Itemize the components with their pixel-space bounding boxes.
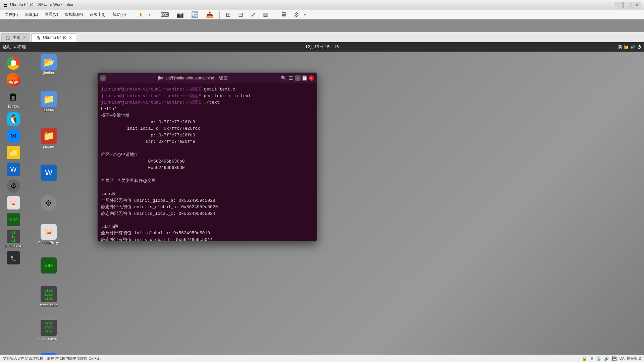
snapshot3-button[interactable]: 📤 <box>203 10 216 19</box>
fit-button[interactable]: ⤢ <box>248 10 258 19</box>
terminal-output-data1: 全局外部有初值 init_global_a: 0x5624959c5010 <box>101 230 313 237</box>
desktop-icon-files[interactable]: 📁 <box>1 144 25 161</box>
opencv-label: opencv <box>43 108 54 112</box>
resize-button[interactable]: ⊠ <box>260 10 271 19</box>
panel-left: 活动 ▪ 终端 <box>3 44 26 50</box>
textcsave-label: text.c.save <box>5 244 22 248</box>
terminal-cmd-1: gedit text.c <box>204 87 235 92</box>
file-textcsave1[interactable]: 010110100101 text.c.save.1 <box>35 320 62 341</box>
terminal-panel-item[interactable]: ▪ 终端 <box>14 44 26 50</box>
terminal-output-data2: 静态外部有初值 inits_global_b: 0x5624959c5014 <box>101 237 313 242</box>
restore-button[interactable]: ⬜ <box>623 2 632 8</box>
minimize-button[interactable]: ─ <box>614 2 623 8</box>
close-button[interactable]: ✕ <box>633 2 641 8</box>
console-button[interactable]: 🖥 <box>278 10 289 19</box>
toolbar-separator-2 <box>219 11 220 19</box>
snapshot-button[interactable]: 📷 <box>174 10 186 19</box>
terminal-cmd-2: gcc text.c -o text <box>204 94 251 99</box>
status-icon-screen: 🖥 <box>590 356 594 361</box>
unity-button[interactable]: ⊟ <box>235 10 246 19</box>
activities-button[interactable]: 活动 <box>3 44 11 50</box>
vmware-titlebar: 🖥 Ubuntu 64 位 - VMware Workstation ─ ⬜ ✕ <box>0 0 644 10</box>
terminal-line-2: jinnian@jinnian-virtual-machine:~/桌面$ gc… <box>101 93 313 100</box>
menu-edit[interactable]: 编辑(E) <box>21 10 41 19</box>
statusbar-right: 🔒 🖥 📡 🔊 💾 CAI 接受输出 <box>582 356 641 361</box>
desktop-icon-vim[interactable]: VIM <box>1 212 25 228</box>
terminal-line-3: jinnian@jinnian-virtual-machine:~/桌面$ ./… <box>101 99 313 106</box>
terminal-maximize-button[interactable]: ⬜ <box>302 75 307 81</box>
vmware-app-icon: 🖥 <box>3 2 8 8</box>
file-writer[interactable]: W <box>35 165 62 181</box>
tab-ubuntu-close[interactable]: ✕ <box>69 36 72 40</box>
file-pigchaproxy[interactable]: 🐷 PigchaProxy <box>35 224 62 245</box>
terminal-close-button[interactable]: ✕ <box>309 75 314 81</box>
terminal-titlebar: ▪ jinnian@jinnian-virtual-machine: ~/桌面 … <box>98 73 317 83</box>
file-textcsave[interactable]: 010110100101 text.c.save <box>35 286 62 307</box>
desktop-icon-chrome[interactable] <box>1 55 25 71</box>
textcsave1-label: text.c.save.1 <box>38 337 59 341</box>
qq-icon: 🐧 <box>7 112 20 126</box>
tab-home[interactable]: 🏠 主页 ✕ <box>1 33 30 42</box>
panel-sound[interactable]: 🔊 <box>630 45 635 49</box>
terminal-output-hello: hello2 <box>101 106 313 113</box>
status-icon-usb: 💾 <box>612 356 617 361</box>
menu-file[interactable]: 文件(F) <box>1 10 21 19</box>
terminal-window[interactable]: ▪ jinnian@jinnian-virtual-machine: ~/桌面 … <box>97 72 317 242</box>
snapshot2-button[interactable]: 🔄 <box>189 10 201 19</box>
tab-ubuntu-label: Ubuntu 64 位 <box>43 35 67 41</box>
file-picture[interactable]: 📁 picture <box>35 128 62 148</box>
terminal-output-bss2: 静态外部无初值 uninits_global_b: 0x5624959c5020 <box>101 204 313 210</box>
ubuntu-desktop[interactable]: 活动 ▪ 终端 12月19日 15：16 英 📶 🔊 ⏻ 🦊 🗑 回收站 <box>0 42 644 362</box>
terminal-small-icon: $_ <box>7 251 20 264</box>
vmware-statusbar: 要将输入定向到该虚拟机，请在虚拟机内部单击或按 Ctrl+G。 🔒 🖥 📡 🔊 … <box>0 355 644 362</box>
terminal-minimize-button[interactable]: ─ <box>295 75 301 81</box>
terminal-panel-icon: ▪ <box>14 44 16 50</box>
desktop-icon-recycle[interactable]: 🗑 回收站 <box>1 88 25 110</box>
tab-ubuntu[interactable]: 🐧 Ubuntu 64 位 ✕ <box>32 33 76 42</box>
terminal-output-bss1: 全局外部无初值 uninit_global_a: 0x5624959c5028 <box>101 197 313 204</box>
ubuntu-top-panel: 活动 ▪ 终端 12月19日 15：16 英 📶 🔊 ⏻ <box>0 42 644 52</box>
terminal-title-controls: 🔍 ☰ ─ ⬜ ✕ <box>280 75 314 81</box>
send-ctrlaltdel-button[interactable]: ⌨ <box>158 10 172 19</box>
desktop-icon-qq[interactable]: 🐧 <box>1 111 25 127</box>
thunderbird-icon: ✉ <box>7 129 20 142</box>
desktop-icon-thunderbird[interactable]: ✉ <box>1 128 25 144</box>
opencv-icon: 📁 <box>41 91 57 107</box>
terminal-output-global-title: 全局区-全局变量和静态变量 <box>101 178 313 184</box>
pause-button[interactable]: ⏸ <box>136 10 147 19</box>
menu-tabs[interactable]: 选项卡(I) <box>86 10 109 19</box>
terminal-output-stack-title: 栈区-变量地址 <box>101 112 313 119</box>
tab-home-close[interactable]: ✕ <box>23 36 26 40</box>
file-jinnian[interactable]: 📂 jinnian <box>35 54 62 75</box>
desktop-icon-pigchaproxy[interactable]: 🐷 <box>1 195 25 211</box>
terminal-output-bss-title: .bss段 <box>101 191 313 197</box>
terminal-output-init-local-d: init_local_d: 0x7ffc77e26fcc <box>101 125 313 132</box>
desktop-icon-writer[interactable]: W <box>1 161 25 177</box>
desktop-icon-terminal-small[interactable]: $_ <box>1 250 25 266</box>
file-vim[interactable]: VIM <box>35 257 62 274</box>
fullscreen-button[interactable]: ⊞ <box>223 10 233 19</box>
panel-power[interactable]: ⏻ <box>637 45 641 49</box>
menu-vm[interactable]: 虚拟机(M) <box>61 10 86 19</box>
desktop-icon-settings[interactable]: ⚙ <box>1 178 25 194</box>
prefs-button[interactable]: ⚙ <box>291 10 302 19</box>
file-opencv[interactable]: 📁 opencv <box>35 91 62 112</box>
vmware-titlebar-right: ─ ⬜ ✕ <box>614 2 641 8</box>
statusbar-text: 要将输入定向到该虚拟机，请在虚拟机内部单击或按 Ctrl+G。 <box>3 356 103 361</box>
desktop-icon-firefox[interactable]: 🦊 <box>1 72 25 88</box>
menu-help[interactable]: 帮助(H) <box>109 10 129 19</box>
terminal-body[interactable]: jinnian@jinnian-virtual-machine:~/桌面$ ge… <box>98 83 317 241</box>
file-settings[interactable]: ⚙ <box>35 195 62 211</box>
panel-language[interactable]: 英 <box>618 44 622 50</box>
panel-datetime[interactable]: 12月19日 15：16 <box>305 44 339 50</box>
menu-view[interactable]: 查看(V) <box>41 10 61 19</box>
terminal-search-button[interactable]: 🔍 <box>280 75 286 81</box>
terminal-menu-button[interactable]: ☰ <box>288 75 294 81</box>
recycle-label: 回收站 <box>8 104 19 109</box>
jinnian-folder-icon: 📂 <box>41 54 57 70</box>
vmware-menubar: 文件(F) 编辑(E) 查看(V) 虚拟机(M) 选项卡(I) 帮助(H) ⏸ … <box>0 10 644 19</box>
settings-icon: ⚙ <box>7 179 20 193</box>
jinnian-label: jinnian <box>43 71 54 75</box>
terminal-panel-label: 终端 <box>17 44 26 50</box>
desktop-icon-textcsave[interactable]: 011001 text.c.save <box>1 228 25 249</box>
